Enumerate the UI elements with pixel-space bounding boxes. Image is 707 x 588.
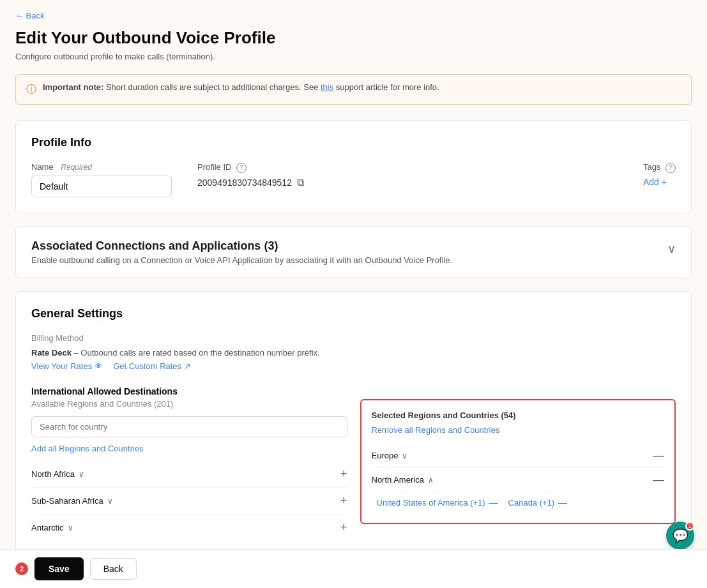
general-settings-title: General Settings — [31, 307, 676, 320]
selected-destinations-panel: Selected Regions and Countries (54) Remo… — [360, 399, 676, 524]
view-rates-link[interactable]: View Your Rates 👁 — [31, 361, 103, 371]
remove-region-button[interactable]: — — [653, 473, 664, 486]
alert-text: Important note: Short duration calls are… — [43, 82, 439, 92]
selected-region-name: Europe — [372, 451, 399, 460]
chat-widget[interactable]: 💬 1 — [666, 522, 694, 550]
region-name: Antarctic — [31, 523, 64, 532]
profile-id-info-icon: ? — [236, 163, 247, 173]
get-custom-rates-link[interactable]: Get Custom Rates ↗ — [113, 361, 191, 371]
save-button[interactable]: Save — [34, 557, 84, 580]
required-badge: Required — [61, 163, 92, 172]
chevron-down-icon: ∨ — [402, 451, 407, 460]
region-name: Sub-Saharan Africa — [31, 496, 103, 506]
north-america-countries: United States of America (+1) — Canada (… — [372, 492, 665, 513]
back-button[interactable]: Back — [90, 558, 137, 580]
rate-links: View Your Rates 👁 Get Custom Rates ↗ — [31, 361, 676, 371]
back-link[interactable]: ← Back — [15, 11, 45, 20]
step-2-badge: 2 — [15, 562, 28, 575]
region-item-sub-saharan: Sub-Saharan Africa ∨ + — [31, 488, 347, 515]
alert-link[interactable]: this — [321, 82, 333, 92]
remove-usa-button[interactable]: — — [489, 497, 498, 508]
add-tag-button[interactable]: Add + — [643, 177, 676, 187]
destinations-title: International Allowed Destinations — [31, 386, 676, 396]
profile-id-label: Profile ID ? — [197, 162, 304, 173]
page-title: Edit Your Outbound Voice Profile — [15, 28, 692, 48]
chat-icon: 💬 — [673, 528, 688, 543]
available-count-label: Available Regions and Countries (201) — [31, 399, 347, 409]
chat-notification-badge: 1 — [685, 522, 694, 531]
tags-info-icon: ? — [665, 163, 676, 173]
add-region-button[interactable]: + — [340, 521, 347, 534]
external-link-icon: ↗ — [184, 361, 191, 371]
region-name: North Africa — [31, 469, 75, 479]
copy-icon[interactable]: ⧉ — [297, 177, 304, 188]
selected-region-north-america: North America ∧ — — [372, 468, 665, 492]
general-settings-card: General Settings Billing Method Rate Dec… — [15, 291, 692, 584]
remove-region-button[interactable]: — — [653, 449, 664, 462]
associated-connections-desc: Enable outbound calling on a Connection … — [31, 255, 452, 265]
name-input[interactable] — [31, 176, 172, 197]
associated-connections-title: Associated Connections and Applications … — [31, 239, 452, 253]
name-label: Name Required — [31, 162, 172, 172]
canada-country-link[interactable]: Canada (+1) — [508, 498, 555, 508]
selected-count-label: Selected Regions and Countries (54) — [372, 411, 665, 420]
selected-region-name: North America — [372, 475, 424, 485]
remove-all-link[interactable]: Remove all Regions and Countries — [372, 425, 665, 435]
rate-deck-row: Rate Deck – Outbound calls are rated bas… — [31, 348, 676, 358]
tags-field-group: Tags ? Add + — [643, 162, 676, 187]
bottom-bar: 2 Save Back — [0, 549, 707, 588]
eye-icon: 👁 — [95, 361, 103, 371]
available-destinations-panel: Available Regions and Countries (201) Ad… — [31, 399, 347, 568]
chevron-down-icon: ∨ — [107, 497, 113, 506]
billing-method-label: Billing Method — [31, 333, 676, 343]
profile-info-title: Profile Info — [31, 136, 676, 149]
add-all-regions-link[interactable]: Add all Regions and Countries — [31, 444, 347, 453]
profile-info-card: Profile Info Name Required Profile ID ? … — [15, 120, 692, 213]
alert-box: ⓘ Important note: Short duration calls a… — [15, 74, 692, 105]
add-region-button[interactable]: + — [340, 494, 347, 508]
remove-canada-button[interactable]: — — [558, 497, 567, 508]
region-item-north-africa: North Africa ∨ + — [31, 461, 347, 488]
page-subtitle: Configure outbound profile to make calls… — [15, 52, 692, 61]
usa-country-link[interactable]: United States of America (+1) — [377, 498, 485, 508]
tags-label: Tags ? — [643, 162, 676, 173]
chevron-up-icon: ∧ — [428, 476, 434, 485]
add-region-button[interactable]: + — [340, 467, 347, 481]
chevron-down-icon: ∨ — [667, 242, 676, 256]
chevron-down-icon: ∨ — [68, 524, 73, 532]
profile-id-field-group: Profile ID ? 2009491830734849512 ⧉ — [197, 162, 304, 188]
chevron-down-icon: ∨ — [79, 470, 84, 479]
alert-icon: ⓘ — [26, 83, 36, 96]
associated-connections-section: Associated Connections and Applications … — [15, 226, 692, 278]
name-field-group: Name Required — [31, 162, 172, 197]
profile-id-value: 2009491830734849512 — [197, 177, 292, 188]
associated-connections-header[interactable]: Associated Connections and Applications … — [16, 227, 691, 278]
search-country-input[interactable] — [31, 416, 347, 437]
selected-region-europe: Europe ∨ — — [372, 444, 665, 468]
region-item-antarctic: Antarctic ∨ + — [31, 515, 347, 541]
